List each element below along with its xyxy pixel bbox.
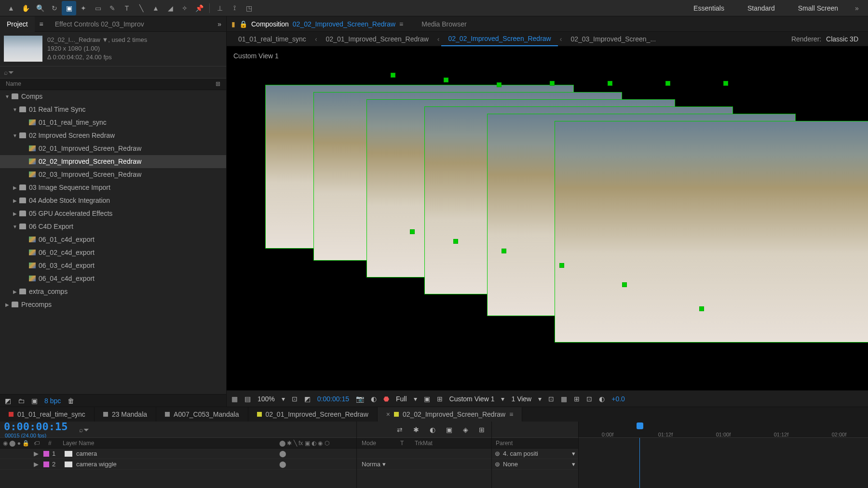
project-tree-options-icon[interactable]: ⊞	[216, 80, 220, 87]
mag-icon[interactable]: ▤	[244, 395, 251, 403]
playhead-icon[interactable]	[637, 422, 643, 429]
comp-tab[interactable]: 01_01_real_time_sync	[231, 32, 313, 46]
comp-item[interactable]: 06_01_c4d_export	[0, 233, 226, 246]
search-icon[interactable]: ⌕⏷	[4, 68, 14, 76]
camera-dropdown-icon[interactable]: ▾	[501, 395, 504, 403]
layer-parent[interactable]: ⊚None▾	[492, 459, 578, 470]
col-layer-name[interactable]: Layer Name	[63, 440, 94, 447]
folder-04-adobe-stock-integration[interactable]: ▶04 Adobe Stock Integration	[0, 194, 226, 207]
timeline-tab[interactable]: 01_01_real_time_sync	[0, 407, 95, 422]
comp-item[interactable]: 02_02_Improved_Screen_Redraw	[0, 155, 226, 168]
chevron-right-icon[interactable]: ▶	[12, 289, 18, 294]
view-dropdown-icon[interactable]: ▾	[538, 395, 542, 403]
view-axis-icon[interactable]: ◳	[242, 1, 256, 15]
transparency-icon[interactable]: ◩	[304, 395, 311, 403]
timecode-value[interactable]: 0:00:00:15	[317, 395, 349, 403]
chevron-down-icon[interactable]: ▼	[4, 94, 11, 99]
twirl-icon[interactable]: ▶	[34, 461, 39, 468]
resolution-value[interactable]: Full	[396, 395, 407, 403]
comp-flag-icon[interactable]: ▮	[231, 20, 235, 28]
selection-tool-icon[interactable]: ▲	[4, 1, 18, 15]
zoom-dropdown-icon[interactable]: ▾	[282, 395, 285, 403]
frame-blend-icon[interactable]: ✱	[413, 426, 419, 434]
layer-color-swatch[interactable]	[43, 451, 49, 457]
roto-tool-icon[interactable]: ✧	[177, 1, 192, 15]
new-comp-icon[interactable]: ▣	[31, 397, 38, 405]
panel-overflow-icon[interactable]: »	[213, 20, 226, 28]
rotate-tool-icon[interactable]: ↻	[47, 1, 62, 15]
renderer-value[interactable]: Classic 3D	[826, 35, 858, 43]
timeline-tab[interactable]: 23 Mandala	[95, 407, 156, 422]
project-tree[interactable]: ▼Comps▼01 Real Time Sync01_01_real_time_…	[0, 90, 226, 394]
comp-menu-icon[interactable]: ≡	[399, 20, 403, 28]
timeline-tab[interactable]: 02_01_Improved_Screen_Redraw	[248, 407, 378, 422]
timeline-tab[interactable]: ×02_02_Improved_Screen_Redraw ≡	[378, 407, 523, 422]
comp-item[interactable]: 02_03_Improved_Screen_Redraw	[0, 168, 226, 181]
timeline-tracks[interactable]	[579, 438, 868, 488]
text-tool-icon[interactable]: T	[120, 1, 134, 15]
comp-item[interactable]: 06_02_c4d_export	[0, 246, 226, 259]
channel-icon[interactable]: ◐	[371, 395, 377, 403]
folder-02-improved-screen-redraw[interactable]: ▼02 Improved Screen Redraw	[0, 129, 226, 142]
pickwhip-icon[interactable]: ⊚	[495, 461, 500, 468]
tab-effect-controls[interactable]: Effect Controls 02_03_Improv	[48, 16, 151, 32]
composition-viewport[interactable]: Custom View 1	[227, 46, 868, 390]
chevron-down-icon[interactable]: ▼	[12, 224, 18, 229]
comp-title-name[interactable]: 02_02_Improved_Screen_Redraw	[293, 20, 395, 28]
zoom-value[interactable]: 100%	[258, 395, 275, 403]
toggle-alpha-icon[interactable]: ◩	[5, 397, 11, 405]
folder-extra_comps[interactable]: ▶extra_comps	[0, 285, 226, 298]
chevron-right-icon[interactable]: ▶	[4, 302, 11, 307]
resolution-dropdown-icon[interactable]: ▾	[414, 395, 417, 403]
timeline-ruler[interactable]: 0:00f01:12f01:00f01:12f02:00f	[579, 422, 868, 438]
comp-item[interactable]: 06_03_c4d_export	[0, 259, 226, 272]
layer-mode[interactable]: Norma ▾	[357, 459, 491, 470]
twirl-icon[interactable]: ▶	[34, 450, 39, 457]
tab-menu-icon[interactable]: ≡	[509, 410, 513, 418]
zoom-tool-icon[interactable]: 🔍	[33, 1, 47, 15]
chevron-left-icon[interactable]: ‹	[435, 35, 442, 43]
new-bin-icon[interactable]: 🗀	[18, 397, 25, 405]
layer-row[interactable]: ▶1camera⬤	[0, 448, 356, 459]
bpc-toggle[interactable]: 8 bpc	[44, 397, 61, 405]
graph-icon[interactable]: ▣	[446, 426, 452, 434]
folder-05-gpu-accelerated-effects[interactable]: ▶05 GPU Accelerated Effects	[0, 207, 226, 220]
fast-preview-icon[interactable]: ▦	[561, 395, 567, 403]
eraser-tool-icon[interactable]: ◢	[163, 1, 177, 15]
pen-tool-icon[interactable]: ✎	[105, 1, 120, 15]
color-mgmt-icon[interactable]: ⬣	[383, 395, 389, 403]
brush-tool-icon[interactable]: ╲	[134, 1, 149, 15]
layer-mode[interactable]	[357, 448, 491, 459]
camera-tool-icon[interactable]: ▣	[62, 1, 76, 15]
exposure-value[interactable]: +0.0	[611, 395, 625, 403]
workspace-small-screen[interactable]: Small Screen	[787, 0, 850, 16]
flowchart-icon[interactable]: ⊡	[586, 395, 592, 403]
hand-tool-icon[interactable]: ✋	[18, 1, 33, 15]
folder-06-c4d-export[interactable]: ▼06 C4D Export	[0, 220, 226, 233]
region-icon[interactable]: ⊡	[292, 395, 298, 403]
folder-precomps[interactable]: ▶Precomps	[0, 298, 226, 311]
switches-icon[interactable]: ⊞	[479, 426, 485, 434]
col-trkmat[interactable]: TrkMat	[415, 440, 433, 447]
tl-search-icon[interactable]: ⌕⏷	[79, 426, 90, 434]
comp-item[interactable]: 06_04_c4d_export	[0, 272, 226, 285]
camera-view-value[interactable]: Custom View 1	[449, 395, 495, 403]
close-icon[interactable]: ×	[386, 410, 390, 418]
comp-item[interactable]: 02_01_Improved_Screen_Redraw	[0, 142, 226, 155]
roi-icon[interactable]: ▣	[424, 395, 430, 403]
tab-media-browser[interactable]: Media Browser	[421, 20, 466, 28]
world-axis-icon[interactable]: ⟟	[227, 1, 242, 15]
comp-item[interactable]: 01_01_real_time_sync	[0, 116, 226, 129]
hw-icon[interactable]: ⊡	[548, 395, 554, 403]
expose-icon[interactable]: ◐	[599, 395, 605, 403]
motion-blur-icon[interactable]: ◐	[430, 426, 435, 434]
workspace-overflow-icon[interactable]: »	[850, 1, 864, 15]
comp-tab[interactable]: 02_01_Improved_Screen_Redraw	[319, 32, 435, 46]
chevron-left-icon[interactable]: ‹	[313, 35, 319, 43]
timeline-timecode[interactable]: 0:00:00:15	[4, 421, 68, 433]
view-count-value[interactable]: 1 View	[511, 395, 531, 403]
chevron-down-icon[interactable]: ▼	[12, 107, 18, 112]
pan-behind-tool-icon[interactable]: ✦	[76, 1, 91, 15]
col-header-name[interactable]: Name	[6, 80, 21, 87]
chevron-down-icon[interactable]: ▼	[12, 133, 18, 138]
